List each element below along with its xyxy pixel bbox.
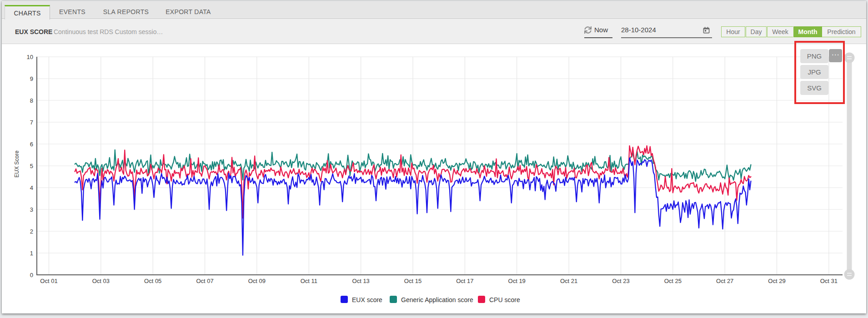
svg-text:Oct 03: Oct 03	[92, 278, 110, 284]
svg-text:Oct 29: Oct 29	[768, 278, 785, 284]
svg-text:Oct 13: Oct 13	[352, 278, 370, 284]
svg-text:Oct 07: Oct 07	[196, 278, 213, 284]
svg-text:0: 0	[30, 272, 33, 278]
svg-text:4: 4	[30, 184, 33, 191]
svg-text:EUX Score: EUX Score	[14, 150, 20, 178]
svg-text:9: 9	[30, 75, 33, 82]
svg-text:Generic Application score: Generic Application score	[401, 296, 473, 303]
svg-text:3: 3	[30, 206, 33, 213]
svg-text:Oct 01: Oct 01	[40, 278, 57, 284]
svg-text:Oct 15: Oct 15	[404, 278, 421, 284]
svg-text:10: 10	[27, 54, 33, 60]
svg-text:1: 1	[30, 250, 33, 257]
svg-text:6: 6	[30, 141, 33, 148]
svg-text:EUX score: EUX score	[352, 296, 382, 303]
svg-text:7: 7	[30, 119, 33, 126]
svg-text:Oct 19: Oct 19	[508, 278, 526, 284]
svg-text:2: 2	[30, 228, 33, 235]
svg-text:Oct 11: Oct 11	[301, 278, 317, 284]
svg-text:Oct 25: Oct 25	[664, 278, 682, 284]
svg-text:8: 8	[30, 97, 33, 104]
svg-text:Oct 31: Oct 31	[820, 278, 838, 284]
svg-text:Oct 09: Oct 09	[248, 278, 266, 284]
svg-text:Oct 27: Oct 27	[716, 278, 733, 284]
svg-text:CPU score: CPU score	[489, 296, 520, 303]
svg-text:5: 5	[30, 163, 33, 169]
svg-text:Oct 17: Oct 17	[456, 278, 473, 284]
svg-text:Oct 05: Oct 05	[144, 278, 161, 284]
svg-text:Oct 21: Oct 21	[560, 278, 577, 284]
svg-text:Oct 23: Oct 23	[612, 278, 629, 284]
